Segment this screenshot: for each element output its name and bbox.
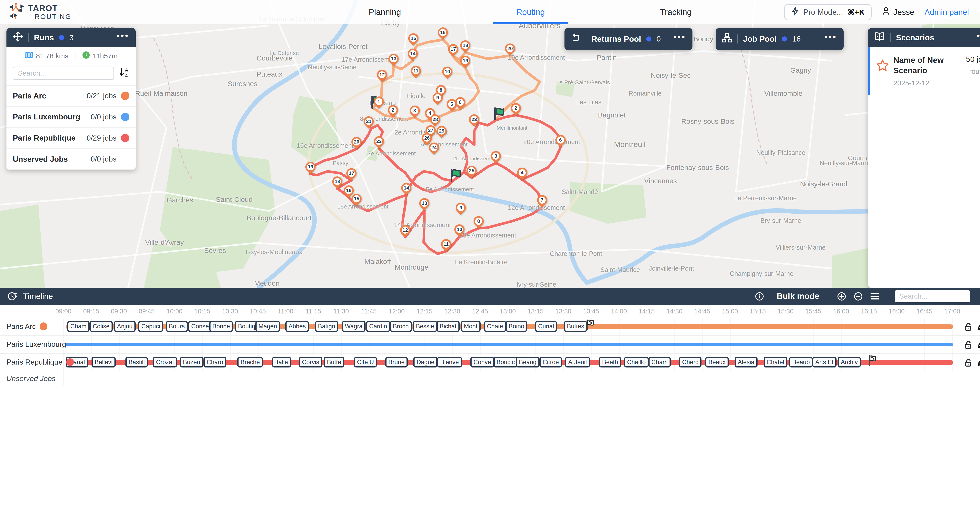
timeline-job-block[interactable]: Curial [535, 321, 557, 332]
star-icon[interactable] [875, 59, 889, 75]
route-start-flag-icon[interactable] [449, 168, 464, 183]
timeline-job-block[interactable]: Cherc [679, 357, 701, 368]
timeline-job-block[interactable]: Bellevi [92, 357, 116, 368]
timeline-job-block[interactable]: Cite U [354, 357, 377, 368]
run-item[interactable]: Paris Arc0/21 jobs [6, 86, 136, 107]
timeline-job-block[interactable]: Bichat [436, 321, 460, 332]
job-pool-menu-icon[interactable]: ••• [824, 37, 837, 41]
reoptimize-row-icon[interactable] [977, 340, 980, 349]
reoptimize-row-icon[interactable] [977, 322, 980, 331]
timeline-job-block[interactable]: Batign [315, 321, 339, 332]
timeline-job-block[interactable]: Bienve [437, 357, 462, 368]
marker-number: 1 [377, 99, 380, 105]
timeline-job-block[interactable]: Bonne [209, 321, 233, 332]
tab-planning[interactable]: Planning [345, 0, 424, 24]
timeline-job-block[interactable]: Boino [506, 321, 527, 332]
timeline-job-block[interactable]: Mont [461, 321, 480, 332]
timeline-job-block[interactable]: Brune [385, 357, 408, 368]
scenarios-menu-icon[interactable]: ••• [977, 36, 980, 40]
timeline-job-block[interactable]: Abbes [285, 321, 309, 332]
marker-number: 8 [440, 87, 442, 93]
scenario-item[interactable]: Name of New Scenario 2025-12-12 50 jobs … [868, 48, 980, 95]
timeline-job-block[interactable]: Bastill [126, 357, 148, 368]
reoptimize-row-icon[interactable] [977, 358, 980, 367]
timeline-job-block[interactable]: Conve [470, 357, 494, 368]
admin-panel-link[interactable]: Admin panel [924, 8, 969, 17]
timeline-job-block[interactable]: Magen [255, 321, 280, 332]
runs-menu-icon[interactable]: ••• [117, 36, 129, 40]
timeline-job-block[interactable]: Bessie [413, 321, 437, 332]
timeline-row-label[interactable]: Paris Luxembourg [0, 336, 64, 353]
timeline-job-block[interactable]: Cham [648, 357, 671, 368]
timeline-job-block[interactable]: Breche [237, 357, 263, 368]
marker-number: 4 [521, 170, 524, 175]
timeline-job-block[interactable]: Alesia [735, 357, 757, 368]
lock-row-icon[interactable] [964, 358, 973, 367]
tab-tracking[interactable]: Tracking [637, 0, 714, 24]
zoom-out-icon[interactable] [853, 290, 864, 302]
timeline-job-block[interactable]: Broch [390, 321, 412, 332]
timeline-job-block[interactable]: Chaillo [624, 357, 649, 368]
tab-routing[interactable]: Routing [493, 0, 568, 24]
timeline-job-block[interactable]: Bours [166, 321, 188, 332]
timeline-job-block[interactable]: Cardin [366, 321, 390, 332]
route-start-flag-icon[interactable] [492, 106, 508, 121]
timeline-job-block[interactable]: Buttes [564, 321, 587, 332]
axis-tick-label: 16:45 [916, 308, 932, 315]
info-icon[interactable] [754, 290, 765, 302]
timeline-job-block[interactable]: Beaub [789, 357, 813, 368]
runs-search-input[interactable] [13, 67, 114, 80]
timeline-job-block[interactable]: Capuci [138, 321, 163, 332]
lock-row-icon[interactable] [964, 322, 973, 331]
user-menu[interactable]: Jesse [882, 7, 914, 17]
job-pool-header[interactable]: Job Pool 16 ••• [716, 28, 843, 50]
timeline-job-block[interactable]: Butte [324, 357, 344, 368]
pro-mode-button[interactable]: Pro Mode... ⌘+K [784, 4, 872, 20]
logo-line1: TAROT [28, 4, 72, 12]
timeline-job-block[interactable]: Archiv [838, 357, 861, 368]
returns-pool-header[interactable]: Returns Pool 0 ••• [565, 28, 692, 50]
timeline-job-block[interactable]: Beaux [705, 357, 729, 368]
timeline-job-block[interactable]: Italie [272, 357, 291, 368]
marker-number: 15 [354, 196, 359, 201]
timeline-job-block[interactable]: Conse [188, 321, 212, 332]
timeline-job-block[interactable]: Buzen [180, 357, 204, 368]
timeline-job-block[interactable]: Colise [89, 321, 113, 332]
marker-number: 2 [391, 107, 395, 113]
avatar-icon[interactable] [979, 3, 980, 21]
timeline-job-block[interactable]: Citroe [539, 357, 562, 368]
app-logo[interactable]: TAROT ROUTING [8, 2, 72, 22]
timeline-job-block[interactable]: Chatel [764, 357, 788, 368]
lock-row-icon[interactable] [964, 340, 973, 349]
timeline-job-block[interactable]: Beeth [599, 357, 621, 368]
timeline-job-block[interactable]: Boucic [493, 357, 518, 368]
timeline-job-block[interactable]: Wagra [342, 321, 366, 332]
timeline-search-input[interactable] [895, 290, 970, 302]
timeline-job-block[interactable]: Corvis [299, 357, 322, 368]
timeline-job-block[interactable]: Dague [414, 357, 438, 368]
marker-number: 23 [472, 117, 477, 122]
run-item[interactable]: Paris Republique0/29 jobs [6, 128, 136, 149]
timeline-job-block[interactable]: Anjou [114, 321, 136, 332]
timeline-row-label[interactable]: Unserved Jobs [0, 371, 64, 385]
run-item[interactable]: Unserved Jobs0/0 jobs [6, 149, 136, 170]
sort-az-icon[interactable]: AZ [119, 67, 129, 79]
timeline-job-block[interactable]: Crozat [153, 357, 177, 368]
menu-icon[interactable] [869, 290, 881, 302]
timeline-job-block[interactable]: Charo [204, 357, 226, 368]
bulk-mode-label[interactable]: Bulk mode [777, 292, 819, 301]
timeline-job-block[interactable]: Beaug [516, 357, 539, 368]
timeline-row-label[interactable]: Paris Arc [0, 318, 64, 335]
timeline-job-block[interactable]: Arts Et [812, 357, 837, 368]
scenarios-header[interactable]: Scenarios ••• [868, 28, 980, 48]
run-item[interactable]: Paris Luxembourg0/0 jobs [6, 107, 136, 128]
returns-menu-icon[interactable]: ••• [673, 37, 686, 41]
timeline-job-block[interactable]: Boutiq [235, 321, 258, 332]
zoom-in-icon[interactable] [836, 290, 848, 302]
runs-panel-header[interactable]: Runs 3 ••• [6, 28, 136, 48]
timeline-row-label[interactable]: Paris Republique [0, 354, 64, 371]
move-icon[interactable] [13, 32, 23, 44]
timeline-job-block[interactable]: Auteuil [565, 357, 590, 368]
timeline-job-block[interactable]: Chate [484, 321, 506, 332]
timeline-job-block[interactable]: Cham [67, 321, 89, 332]
